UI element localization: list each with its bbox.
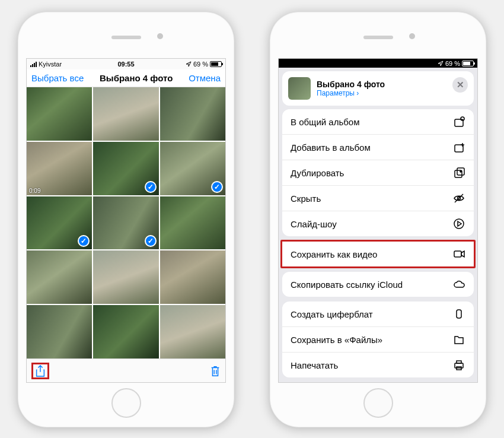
- action-label: Дублировать: [291, 168, 344, 178]
- sheet-body: В общий альбомДобавить в альбомДублирова…: [279, 109, 477, 382]
- duplicate-icon: [452, 167, 465, 179]
- battery-text: 69 %: [445, 60, 460, 67]
- watch-icon: [452, 308, 465, 320]
- photo-thumbnail: [93, 305, 158, 358]
- action-label: Скрыть: [291, 193, 321, 204]
- action-group: В общий альбомДобавить в альбомДублирова…: [282, 109, 474, 236]
- photo-tile[interactable]: [27, 250, 92, 304]
- photo-thumbnail: [160, 305, 225, 358]
- location-icon: [438, 61, 444, 66]
- phone-left: Kyivstar 09:55 69 % Выбрать все Выбрано …: [18, 12, 234, 427]
- photo-thumbnail: [160, 196, 225, 250]
- action-row[interactable]: Дублировать: [282, 160, 474, 186]
- checkmark-icon: ✓: [145, 235, 157, 247]
- photo-grid: 0:09✓✓✓✓: [27, 87, 225, 358]
- photo-thumbnail: [27, 87, 92, 141]
- action-group: Создать циферблатСохранить в «Файлы»Напе…: [282, 301, 474, 377]
- carrier-label: Kyivstar: [39, 61, 62, 68]
- photo-tile[interactable]: [160, 305, 225, 358]
- action-label: В общий альбом: [291, 117, 360, 127]
- action-label: Скопировать ссылку iCloud: [291, 280, 403, 290]
- photo-tile[interactable]: ✓: [27, 196, 92, 250]
- video-icon: [452, 248, 465, 260]
- svg-rect-8: [457, 310, 461, 318]
- home-button[interactable]: [363, 388, 393, 418]
- status-bar: 69 %: [279, 59, 477, 68]
- phone-right: 69 % Выбрано 4 фото Параметры › ✕ В общи…: [270, 12, 486, 427]
- share-button[interactable]: [31, 363, 49, 379]
- photo-tile[interactable]: [27, 87, 92, 141]
- nav-bar: Выбрать все Выбрано 4 фото Отмена: [27, 69, 225, 87]
- action-row[interactable]: В общий альбом: [282, 109, 474, 135]
- checkmark-icon: ✓: [211, 181, 223, 193]
- duration-label: 0:09: [29, 188, 40, 194]
- photo-thumbnail: [160, 87, 225, 141]
- action-row[interactable]: Создать циферблат: [282, 301, 474, 327]
- preview-thumbnail: [288, 77, 311, 100]
- photo-tile[interactable]: [160, 196, 225, 250]
- photo-tile[interactable]: [93, 250, 158, 304]
- sheet-title: Выбрано 4 фото: [317, 80, 385, 89]
- photo-thumbnail: [160, 250, 225, 304]
- bottom-toolbar: [27, 358, 225, 382]
- action-label: Слайд-шоу: [291, 219, 337, 229]
- photo-thumbnail: [27, 305, 92, 358]
- sheet-header: Выбрано 4 фото Параметры › ✕: [282, 71, 474, 106]
- action-group: Скопировать ссылку iCloud: [282, 272, 474, 297]
- photo-thumbnail: [27, 250, 92, 304]
- action-row[interactable]: Напечатать: [282, 353, 474, 377]
- select-all-button[interactable]: Выбрать все: [31, 73, 84, 83]
- cancel-button[interactable]: Отмена: [189, 73, 221, 83]
- svg-rect-9: [455, 363, 463, 368]
- photo-tile[interactable]: [93, 305, 158, 358]
- icloud-icon: [452, 278, 465, 290]
- photo-thumbnail: [93, 87, 158, 141]
- screen-photos: Kyivstar 09:55 69 % Выбрать все Выбрано …: [26, 58, 226, 383]
- files-icon: [452, 334, 465, 345]
- highlighted-action-group: Сохранить как видео: [280, 240, 476, 268]
- hide-icon: [452, 192, 465, 204]
- share-sheet: Выбрано 4 фото Параметры › ✕ В общий аль…: [279, 68, 477, 382]
- action-row[interactable]: Сохранить в «Файлы»: [282, 327, 474, 353]
- close-button[interactable]: ✕: [452, 77, 468, 93]
- close-icon: ✕: [457, 80, 464, 90]
- action-row[interactable]: Слайд-шоу: [282, 211, 474, 236]
- photo-tile[interactable]: [160, 87, 225, 141]
- trash-button[interactable]: [210, 365, 221, 377]
- battery-text: 69 %: [193, 61, 208, 68]
- shared-album-icon: [452, 116, 465, 128]
- status-bar: Kyivstar 09:55 69 %: [27, 59, 225, 69]
- share-icon: [35, 365, 46, 377]
- photo-thumbnail: [93, 250, 158, 304]
- battery-icon: [210, 61, 222, 67]
- action-row[interactable]: Сохранить как видео: [282, 242, 474, 266]
- location-icon: [186, 61, 192, 67]
- action-row[interactable]: Добавить в альбом: [282, 135, 474, 160]
- clock: 09:55: [94, 61, 158, 68]
- action-label: Напечатать: [291, 360, 338, 370]
- action-row[interactable]: Скрыть: [282, 186, 474, 211]
- nav-title: Выбрано 4 фото: [100, 73, 173, 83]
- trash-icon: [210, 365, 221, 377]
- photo-tile[interactable]: ✓: [93, 196, 158, 250]
- photo-tile[interactable]: [160, 250, 225, 304]
- action-label: Добавить в альбом: [291, 142, 371, 153]
- slideshow-icon: [452, 218, 465, 230]
- action-label: Сохранить в «Файлы»: [291, 335, 382, 345]
- home-button[interactable]: [111, 388, 141, 418]
- action-label: Создать циферблат: [291, 309, 373, 319]
- checkmark-icon: ✓: [145, 181, 157, 193]
- svg-rect-10: [457, 361, 461, 363]
- photo-tile[interactable]: ✓: [160, 142, 225, 195]
- svg-point-6: [454, 219, 464, 228]
- signal-icon: [30, 62, 37, 67]
- options-link[interactable]: Параметры ›: [317, 89, 385, 97]
- svg-rect-7: [454, 251, 461, 257]
- svg-rect-2: [455, 145, 463, 152]
- photo-tile[interactable]: [27, 305, 92, 358]
- photo-tile[interactable]: 0:09: [27, 142, 92, 195]
- photo-tile[interactable]: ✓: [93, 142, 158, 195]
- print-icon: [452, 359, 465, 371]
- action-row[interactable]: Скопировать ссылку iCloud: [282, 272, 474, 297]
- photo-tile[interactable]: [93, 87, 158, 141]
